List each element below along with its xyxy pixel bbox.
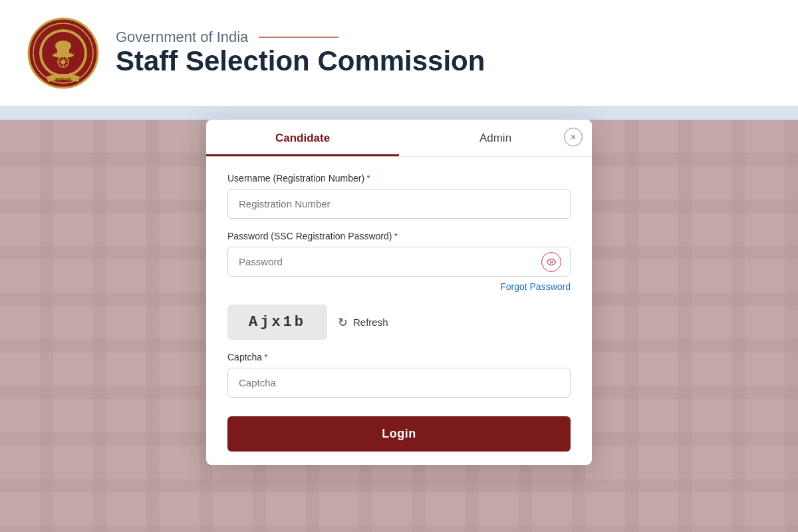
captcha-image: Ajx1b: [227, 305, 327, 340]
username-label: Username (Registration Number)*: [227, 173, 571, 184]
tab-admin[interactable]: Admin: [399, 120, 592, 156]
forgot-password-link-wrapper: Forgot Password: [227, 281, 571, 293]
password-required: *: [394, 231, 397, 241]
captcha-input[interactable]: [227, 368, 571, 398]
captcha-display-row: Ajx1b ↻ Refresh: [227, 305, 571, 340]
header: सत्यमेव जयते Government of India Staff S…: [0, 0, 798, 106]
header-title: Staff Selection Commission: [116, 46, 485, 76]
login-form: Username (Registration Number)* Password…: [206, 173, 592, 452]
username-group: Username (Registration Number)*: [227, 173, 571, 219]
header-text: Government of India Staff Selection Comm…: [116, 29, 485, 76]
main-content: × Candidate Admin Username (Registration…: [0, 106, 798, 465]
login-modal: × Candidate Admin Username (Registration…: [206, 120, 592, 465]
captcha-label: Captcha*: [227, 352, 571, 362]
username-required: *: [366, 173, 370, 184]
captcha-group: Captcha*: [227, 352, 571, 398]
ssc-logo: सत्यमेव जयते: [27, 17, 100, 90]
refresh-captcha-button[interactable]: ↻ Refresh: [338, 315, 388, 330]
password-input-wrapper: [227, 247, 571, 277]
password-input[interactable]: [227, 247, 571, 277]
toggle-password-icon[interactable]: [541, 252, 561, 272]
refresh-icon: ↻: [338, 315, 348, 330]
refresh-label: Refresh: [353, 317, 388, 328]
svg-text:सत्यमेव जयते: सत्यमेव जयते: [55, 77, 72, 81]
modal-close-button[interactable]: ×: [564, 128, 583, 146]
tab-candidate[interactable]: Candidate: [206, 120, 399, 156]
login-tabs: Candidate Admin: [206, 120, 592, 157]
login-button[interactable]: Login: [227, 416, 571, 452]
captcha-required: *: [264, 352, 267, 362]
svg-point-14: [550, 261, 553, 263]
header-subtitle: Government of India: [116, 29, 485, 46]
username-input[interactable]: [227, 189, 571, 219]
password-label: Password (SSC Registration Password)*: [227, 231, 571, 241]
password-group: Password (SSC Registration Password)* Fo…: [227, 231, 571, 293]
forgot-password-link[interactable]: Forgot Password: [500, 281, 571, 292]
